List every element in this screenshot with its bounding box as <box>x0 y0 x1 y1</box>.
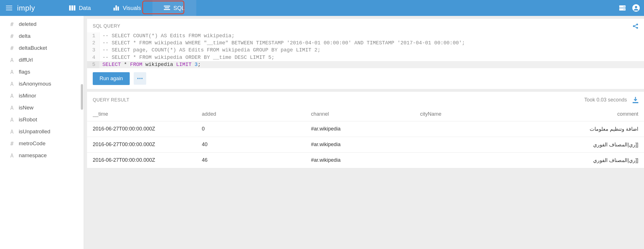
svg-rect-10 <box>619 8 626 11</box>
svg-rect-8 <box>164 9 170 10</box>
svg-rect-21 <box>633 102 638 103</box>
editor-line[interactable]: 1-- SELECT COUNT(*) AS Edits FROM wikipe… <box>87 32 644 40</box>
cell-__time: 2016-06-27T00:00:00.000Z <box>93 157 202 163</box>
cell-added: 0 <box>202 126 311 132</box>
text-icon: A <box>9 105 15 111</box>
text-icon: A <box>9 117 15 123</box>
editor-line[interactable]: 3-- SELECT page, COUNT(*) AS Edits FROM … <box>87 47 644 54</box>
sidebar-item-label: diffUrl <box>19 57 33 63</box>
column-header-channel[interactable]: channel <box>311 111 420 117</box>
line-number: 4 <box>87 54 100 61</box>
cell-channel: #ar.wikipedia <box>311 142 420 148</box>
app-header: imply Data Visuals SQL <box>0 0 644 16</box>
cell-cityName <box>420 157 529 163</box>
cell-added: 46 <box>202 157 311 163</box>
sidebar-item-deltaBucket[interactable]: #deltaBucket <box>0 42 84 54</box>
sidebar-item-isRobot[interactable]: AisRobot <box>0 114 84 126</box>
tab-label: SQL <box>174 5 185 11</box>
table-row[interactable]: 2016-06-27T00:00:00.000Z40#ar.wikipediaر… <box>87 137 644 153</box>
tab-visuals[interactable]: Visuals <box>102 0 152 16</box>
cell-channel: #ar.wikipedia <box>311 126 420 132</box>
text-icon: A <box>9 57 15 63</box>
sidebar-item-label: isRobot <box>19 117 37 123</box>
run-button[interactable]: Run again <box>93 72 130 85</box>
account-icon[interactable] <box>631 3 641 13</box>
sidebar-scrollbar[interactable] <box>81 16 84 249</box>
cell-comment: ري|المصناف الفوري]] <box>529 142 638 148</box>
line-number: 1 <box>87 32 100 40</box>
sql-icon <box>164 6 170 10</box>
header-right <box>618 3 641 13</box>
storage-icon[interactable] <box>618 3 627 13</box>
hash-icon: # <box>9 33 15 39</box>
more-options-button[interactable] <box>134 72 146 85</box>
share-icon[interactable] <box>633 23 638 29</box>
query-actions: Run again <box>87 68 644 89</box>
sidebar-item-isAnonymous[interactable]: AisAnonymous <box>0 78 84 90</box>
sidebar-item-deleted[interactable]: #deleted <box>0 18 84 30</box>
svg-rect-4 <box>115 5 117 11</box>
svg-rect-1 <box>71 5 73 11</box>
sidebar-item-label: flags <box>19 69 30 75</box>
cell-channel: #ar.wikipedia <box>311 157 420 163</box>
sidebar-item-isNew[interactable]: AisNew <box>0 102 84 114</box>
column-header-cityName[interactable]: cityName <box>420 111 529 117</box>
code-content[interactable]: -- SELECT page, COUNT(*) AS Edits FROM w… <box>100 47 321 54</box>
tab-sql[interactable]: SQL <box>152 0 196 16</box>
sidebar-item-diffUrl[interactable]: AdiffUrl <box>0 54 84 66</box>
hash-icon: # <box>9 140 15 147</box>
code-content[interactable]: -- SELECT * FROM wikipedia WHERE "__time… <box>100 40 465 47</box>
text-icon: A <box>9 69 15 75</box>
result-panel: QUERY RESULT Took 0.03 seconds __timeadd… <box>87 92 644 168</box>
editor-line[interactable]: 5SELECT * FROM wikipedia LIMIT 3; <box>87 61 644 68</box>
text-icon: A <box>9 81 15 87</box>
svg-rect-5 <box>117 7 119 11</box>
editor-line[interactable]: 4-- SELECT * FROM wikipedia ORDER BY __t… <box>87 54 644 61</box>
sidebar-item-label: namespace <box>19 152 47 159</box>
sidebar-item-metroCode[interactable]: #metroCode <box>0 138 84 150</box>
download-icon[interactable] <box>633 97 638 103</box>
cell-__time: 2016-06-27T00:00:00.000Z <box>93 142 202 148</box>
sidebar-item-delta[interactable]: #delta <box>0 30 84 42</box>
query-panel: SQL QUERY 1-- SELECT COUNT(*) AS Edits F… <box>87 19 644 89</box>
tab-data[interactable]: Data <box>58 0 102 16</box>
text-icon: A <box>9 152 15 159</box>
result-title: QUERY RESULT <box>93 97 129 103</box>
svg-rect-0 <box>69 5 71 11</box>
svg-rect-2 <box>74 5 75 11</box>
table-row[interactable]: 2016-06-27T00:00:00.000Z0#ar.wikipediaاض… <box>87 121 644 137</box>
table-row[interactable]: 2016-06-27T00:00:00.000Z46#ar.wikipediaر… <box>87 153 644 168</box>
tab-label: Data <box>79 5 91 11</box>
tab-label: Visuals <box>123 5 141 11</box>
column-header-__time[interactable]: __time <box>93 111 202 117</box>
sidebar-item-label: delta <box>19 33 30 39</box>
result-table: __timeaddedchannelcityNamecomment 2016-0… <box>87 107 644 168</box>
svg-point-12 <box>624 9 625 10</box>
sql-editor[interactable]: 1-- SELECT COUNT(*) AS Edits FROM wikipe… <box>87 32 644 68</box>
cell-comment: اضافة وتنظيم معلومات <box>529 126 638 132</box>
sidebar: #deleted#delta#deltaBucketAdiffUrlAflags… <box>0 16 84 249</box>
cell-comment: ري|المصناف الفوري]] <box>529 157 638 163</box>
editor-line[interactable]: 2-- SELECT * FROM wikipedia WHERE "__tim… <box>87 40 644 47</box>
code-content[interactable]: -- SELECT COUNT(*) AS Edits FROM wikiped… <box>100 32 234 40</box>
svg-point-20 <box>141 78 143 79</box>
query-panel-header: SQL QUERY <box>87 19 644 32</box>
cell-cityName <box>420 142 529 148</box>
sidebar-item-isMinor[interactable]: AisMinor <box>0 90 84 102</box>
line-number: 2 <box>87 40 100 47</box>
data-icon <box>69 5 75 11</box>
column-header-added[interactable]: added <box>202 111 311 117</box>
logo[interactable]: imply <box>17 4 35 13</box>
menu-icon[interactable] <box>3 2 15 14</box>
table-header: __timeaddedchannelcityNamecomment <box>87 107 644 121</box>
scrollbar-thumb[interactable] <box>81 84 83 110</box>
sidebar-item-isUnpatrolled[interactable]: AisUnpatrolled <box>0 126 84 138</box>
code-content[interactable]: SELECT * FROM wikipedia LIMIT 3; <box>100 61 201 68</box>
svg-rect-6 <box>164 6 170 7</box>
column-header-comment[interactable]: comment <box>529 111 638 117</box>
sidebar-item-namespace[interactable]: Anamespace <box>0 150 84 161</box>
sidebar-item-flags[interactable]: Aflags <box>0 66 84 78</box>
code-content[interactable]: -- SELECT * FROM wikipedia ORDER BY __ti… <box>100 54 274 61</box>
svg-rect-3 <box>113 8 115 11</box>
svg-point-11 <box>624 6 625 7</box>
